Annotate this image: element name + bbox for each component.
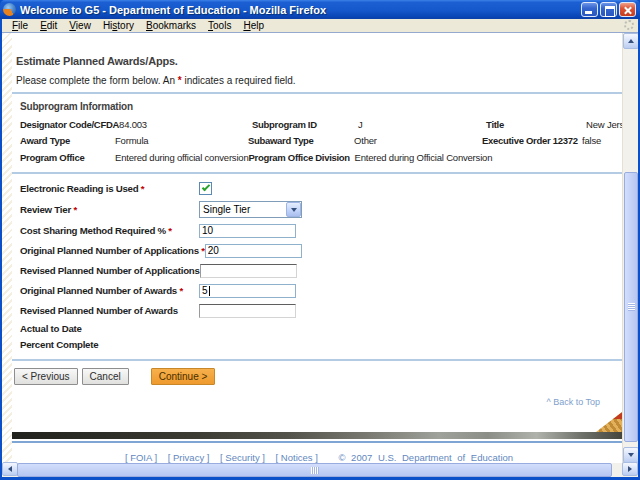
copyright-text: © 2007 U.S. Department of Education (338, 452, 513, 463)
scroll-down-button[interactable] (623, 447, 638, 463)
throbber-icon (624, 20, 634, 30)
revised-awards-input[interactable] (199, 304, 296, 318)
arrow-up-icon (628, 39, 634, 43)
menu-bookmarks[interactable]: Bookmarks (140, 20, 202, 31)
menu-view[interactable]: View (63, 20, 97, 31)
menu-tools[interactable]: Tools (202, 20, 237, 31)
page-background-texture (2, 33, 12, 463)
table-row: Program Office Entered during official c… (12, 149, 622, 166)
text-cursor (209, 286, 210, 296)
required-asterisk: * (141, 183, 145, 194)
revised-applications-input[interactable] (200, 264, 297, 278)
firefox-icon (3, 3, 16, 16)
form-row: Percent Complete (12, 337, 622, 353)
menu-file[interactable]: File (6, 20, 34, 31)
footer-rule (12, 441, 622, 443)
menu-bar: File Edit View History Bookmarks Tools H… (2, 19, 638, 32)
arrow-down-icon (628, 453, 634, 457)
arrow-right-icon (628, 466, 632, 472)
chevron-down-icon (291, 208, 297, 212)
close-button[interactable] (619, 2, 636, 17)
scroll-right-button[interactable] (622, 462, 638, 476)
checkmark-icon (202, 183, 210, 191)
form-row: Actual to Date (12, 321, 622, 337)
window-title: Welcome to G5 - Department of Education … (20, 4, 581, 16)
menu-history[interactable]: History (97, 20, 140, 31)
menu-help[interactable]: Help (237, 20, 270, 31)
page-content: Estimate Planned Awards/Apps. Please com… (12, 33, 622, 463)
browser-viewport: Estimate Planned Awards/Apps. Please com… (2, 32, 638, 463)
cost-sharing-input[interactable] (199, 224, 296, 238)
back-to-top-link[interactable]: ^ Back to Top (546, 397, 600, 407)
estimate-form: Electronic Reading is Used * Review Tier… (12, 179, 622, 353)
arrow-left-icon (8, 466, 12, 472)
restore-button[interactable] (600, 2, 617, 17)
menu-edit[interactable]: Edit (34, 20, 63, 31)
required-asterisk: * (168, 225, 172, 236)
scroll-up-button[interactable] (623, 33, 638, 49)
original-awards-input[interactable] (199, 284, 296, 298)
form-row: Original Planned Number of Applications … (12, 241, 622, 261)
page-title: Estimate Planned Awards/Apps. (16, 55, 622, 67)
section-title: Subprogram Information (20, 101, 622, 112)
notices-link[interactable]: [ Notices ] (276, 452, 318, 463)
scroll-left-button[interactable] (2, 462, 18, 476)
form-row: Cost Sharing Method Required % * (12, 221, 622, 241)
review-tier-select[interactable]: Single Tier (199, 201, 302, 218)
form-row: Revised Planned Number of Applications (12, 261, 622, 281)
horizontal-scrollbar-thumb[interactable] (17, 463, 612, 477)
continue-button[interactable]: Continue > (151, 368, 216, 385)
previous-button[interactable]: < Previous (14, 368, 78, 385)
footer: [ FOIA ] [ Privacy ] [ Security ] [ Noti… (12, 452, 622, 463)
privacy-link[interactable]: [ Privacy ] (168, 452, 210, 463)
subprogram-info-table: Designator Code/CFDA 84.003 Subprogram I… (12, 116, 622, 166)
security-link[interactable]: [ Security ] (220, 452, 265, 463)
original-applications-input[interactable] (205, 244, 302, 258)
form-instructions: Please complete the form below. An * ind… (16, 75, 622, 86)
form-row: Review Tier * Single Tier (12, 199, 622, 221)
horizontal-scrollbar[interactable] (2, 463, 638, 477)
electronic-reading-checkbox[interactable] (199, 182, 212, 195)
required-asterisk: * (73, 204, 77, 215)
table-row: Award Type Formula Subaward Type Other E… (12, 133, 622, 150)
titlebar: Welcome to G5 - Department of Education … (0, 0, 640, 19)
dune-image (596, 412, 622, 432)
button-row: < Previous Cancel Continue > (12, 368, 622, 385)
foia-link[interactable]: [ FOIA ] (125, 452, 157, 463)
minimize-button[interactable] (581, 2, 598, 17)
dropdown-button[interactable] (286, 202, 301, 217)
section-divider (12, 359, 622, 361)
browser-window: Welcome to G5 - Department of Education … (0, 0, 640, 480)
footer-photo-strip (12, 432, 622, 439)
section-divider (12, 172, 622, 174)
section-divider (12, 92, 622, 94)
form-row: Revised Planned Number of Awards (12, 301, 622, 321)
table-row: Designator Code/CFDA 84.003 Subprogram I… (12, 116, 622, 133)
form-row: Electronic Reading is Used * (12, 179, 622, 199)
vertical-scrollbar-thumb[interactable] (624, 172, 638, 442)
required-asterisk: * (179, 285, 183, 296)
form-row: Original Planned Number of Awards * (12, 281, 622, 301)
cancel-button[interactable]: Cancel (82, 368, 129, 385)
vertical-scrollbar[interactable] (622, 33, 638, 463)
